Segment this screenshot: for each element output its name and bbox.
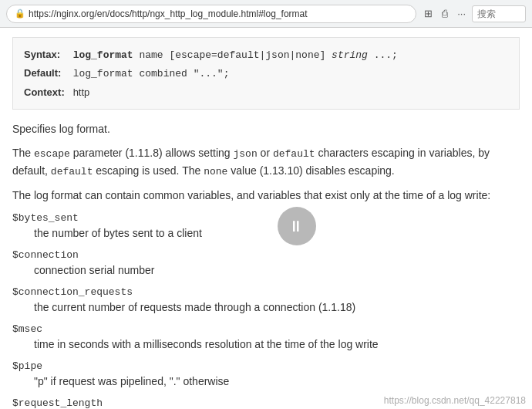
para1-final: value (1.13.10) disables escaping. xyxy=(231,164,394,177)
syntax-string: string xyxy=(332,49,368,61)
var-desc-1: connection serial number xyxy=(12,262,520,279)
syntax-row: Syntax: log_format name [escape=default|… xyxy=(24,46,508,64)
syntax-box: Syntax: log_format name [escape=default|… xyxy=(12,37,520,110)
default-label: Default: xyxy=(24,64,70,82)
context-row: Context: http xyxy=(24,83,508,101)
url-bar[interactable]: 🔒 https://nginx.org/en/docs/http/ngx_htt… xyxy=(6,5,416,23)
syntax-ellipsis: ...; xyxy=(374,49,398,61)
para1-end: escaping is used. The xyxy=(96,164,204,177)
default-row: Default: log_format combined "..."; xyxy=(24,64,508,83)
var-desc-0: the number of bytes sent to a client xyxy=(12,225,520,242)
json-param: json xyxy=(233,148,257,160)
escape-param: escape xyxy=(34,148,70,160)
var-name-3: $msec xyxy=(12,323,520,335)
syntax-value: log_format name [escape=default|json|non… xyxy=(73,49,398,61)
url-text: https://nginx.org/en/docs/http/ngx_http_… xyxy=(29,8,308,19)
var-name-1: $connection xyxy=(12,249,520,261)
browser-toolbar: 🔒 https://nginx.org/en/docs/http/ngx_htt… xyxy=(0,0,532,28)
browser-chrome: 🔒 https://nginx.org/en/docs/http/ngx_htt… xyxy=(0,0,532,28)
para2-text: The log format can contain common variab… xyxy=(12,187,520,204)
none-param: none xyxy=(204,166,227,177)
intro-text: Specifies log format. xyxy=(12,120,520,137)
escape-paragraph: The escape parameter (1.11.8) allows set… xyxy=(12,144,520,181)
var-name-0: $bytes_sent xyxy=(12,212,520,224)
page-content: Syntax: log_format name [escape=default|… xyxy=(0,28,532,409)
lock-icon: 🔒 xyxy=(15,8,25,19)
para1-mid1: parameter (1.11.8) allows setting xyxy=(73,147,234,159)
share-button[interactable]: ⎙ xyxy=(439,6,451,21)
var-desc-3: time in seconds with a milliseconds reso… xyxy=(12,336,520,353)
syntax-text: name [escape=default|json|none] xyxy=(139,49,332,61)
context-label: Context: xyxy=(24,83,70,101)
footer-watermark: https://blog.csdn.net/qq_42227818 xyxy=(384,395,526,406)
var-name-2: $connection_requests xyxy=(12,286,520,298)
intro-section: Specifies log format. The escape paramet… xyxy=(12,120,520,204)
para1-or: or xyxy=(261,147,273,159)
browser-search-input[interactable] xyxy=(472,5,526,22)
syntax-keyword: log_format xyxy=(73,49,133,61)
context-value: http xyxy=(73,86,90,98)
default-param2: default xyxy=(51,166,93,177)
default-value: log_format combined "..."; xyxy=(73,68,230,79)
browser-actions: ⊞ ⎙ ··· xyxy=(421,5,526,22)
var-desc-2: the current number of requests made thro… xyxy=(12,299,520,316)
para1-pre: The xyxy=(12,147,34,159)
variables-list: $bytes_sentthe number of bytes sent to a… xyxy=(12,212,520,409)
default-param: default xyxy=(273,148,315,160)
more-button[interactable]: ··· xyxy=(454,6,469,21)
grid-icon-button[interactable]: ⊞ xyxy=(421,6,436,21)
syntax-label: Syntax: xyxy=(24,46,70,63)
var-desc-4: "p" if request was pipelined, "." otherw… xyxy=(12,374,520,390)
var-name-4: $pipe xyxy=(12,360,520,372)
